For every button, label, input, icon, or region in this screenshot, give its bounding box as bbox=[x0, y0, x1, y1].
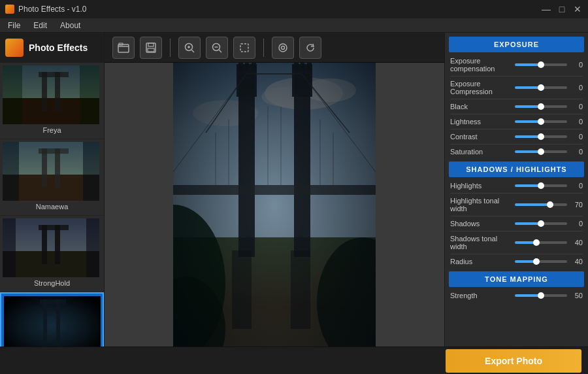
highlights-label: Highlights bbox=[450, 182, 512, 190]
divider bbox=[450, 129, 583, 129]
exposure-compression-value: 0 bbox=[570, 84, 583, 92]
sidebar: Photo Effects bbox=[0, 33, 105, 347]
svg-rect-25 bbox=[3, 218, 16, 277]
svg-rect-32 bbox=[4, 296, 101, 347]
divider bbox=[450, 114, 583, 114]
exposure-compression-slider[interactable] bbox=[515, 86, 567, 89]
photo-canvas bbox=[105, 63, 444, 347]
strength-value: 50 bbox=[570, 292, 583, 299]
highlights-slider[interactable] bbox=[515, 184, 567, 187]
black-value: 0 bbox=[570, 103, 583, 110]
divider bbox=[450, 216, 583, 216]
effect-thumb-freya bbox=[3, 65, 99, 124]
highlights-tonal-slider[interactable] bbox=[515, 203, 567, 206]
lightness-row: Lightness 0 bbox=[445, 116, 588, 128]
effect-item-vignetfairye[interactable]: VignetFairye bbox=[0, 292, 104, 347]
exposure-compression-row: Exposure Compression 0 bbox=[445, 78, 588, 97]
effect-thumb-namaewa bbox=[3, 142, 99, 201]
title-bar-controls[interactable]: — □ ✕ bbox=[541, 4, 583, 14]
reset-button[interactable] bbox=[299, 37, 321, 59]
saturation-row: Saturation 0 bbox=[445, 146, 588, 158]
svg-point-47 bbox=[282, 46, 285, 49]
app-icon bbox=[5, 5, 14, 14]
shadows-slider[interactable] bbox=[515, 222, 567, 225]
tone-mapping-header: TONE MAPPING bbox=[449, 271, 584, 287]
strength-row: Strength 50 bbox=[445, 290, 588, 301]
shadows-highlights-header: SHADOWS / HIGHLIGHTS bbox=[449, 162, 584, 177]
svg-rect-45 bbox=[240, 44, 248, 52]
preview-button[interactable] bbox=[272, 37, 294, 59]
contrast-slider[interactable] bbox=[515, 135, 567, 138]
zoom-out-button[interactable] bbox=[206, 37, 228, 59]
effect-thumb-stronghold bbox=[3, 218, 99, 277]
menu-about[interactable]: About bbox=[55, 20, 86, 31]
shadows-value: 0 bbox=[570, 220, 583, 228]
minimize-button[interactable]: — bbox=[541, 4, 551, 14]
shadows-row: Shadows 0 bbox=[445, 218, 588, 230]
radius-slider[interactable] bbox=[515, 260, 567, 263]
saturation-value: 0 bbox=[570, 148, 583, 156]
svg-point-46 bbox=[279, 44, 287, 52]
radius-row: Radius 40 bbox=[445, 256, 588, 267]
sidebar-header: Photo Effects bbox=[0, 33, 104, 63]
effect-item-stronghold[interactable]: StrongHold bbox=[0, 216, 104, 292]
svg-rect-16 bbox=[3, 142, 19, 201]
divider bbox=[450, 231, 583, 231]
toolbar bbox=[105, 33, 444, 63]
radius-value: 40 bbox=[570, 258, 583, 265]
save-file-button[interactable] bbox=[140, 37, 162, 59]
app-title: Photo Effects - v1.0 bbox=[18, 5, 87, 14]
lightness-label: Lightness bbox=[450, 118, 512, 126]
shadows-tonal-row: Shadows tonal width 40 bbox=[445, 233, 588, 252]
sidebar-title: Photo Effects bbox=[29, 42, 88, 53]
radius-label: Radius bbox=[450, 258, 512, 265]
right-panel: EXPOSURE Exposure compensation 0 Exposur… bbox=[444, 33, 588, 347]
close-button[interactable]: ✕ bbox=[572, 4, 583, 14]
contrast-value: 0 bbox=[570, 133, 583, 141]
svg-rect-7 bbox=[3, 65, 22, 124]
contrast-row: Contrast 0 bbox=[445, 131, 588, 143]
main-content: Photo Effects bbox=[0, 33, 588, 347]
svg-rect-33 bbox=[118, 44, 129, 52]
bottom-bar: Export Photo bbox=[0, 347, 588, 374]
center-area bbox=[105, 33, 444, 347]
maximize-button[interactable]: □ bbox=[557, 4, 567, 14]
exposure-compression-label: Exposure Compression bbox=[450, 80, 512, 95]
shadows-tonal-label: Shadows tonal width bbox=[450, 235, 512, 250]
title-bar: Photo Effects - v1.0 — □ ✕ bbox=[0, 0, 588, 18]
shadows-tonal-value: 40 bbox=[570, 239, 583, 246]
export-photo-button[interactable]: Export Photo bbox=[446, 349, 581, 373]
menu-edit[interactable]: Edit bbox=[28, 20, 52, 31]
effect-item-freya[interactable]: Freya bbox=[0, 63, 104, 139]
menu-file[interactable]: File bbox=[3, 20, 25, 31]
lightness-slider[interactable] bbox=[515, 120, 567, 123]
exposure-compensation-slider[interactable] bbox=[515, 63, 567, 66]
effect-label-stronghold: StrongHold bbox=[3, 277, 101, 289]
divider bbox=[450, 144, 583, 144]
zoom-in-button[interactable] bbox=[178, 37, 201, 59]
contrast-label: Contrast bbox=[450, 133, 512, 141]
svg-rect-17 bbox=[83, 142, 99, 201]
saturation-slider[interactable] bbox=[515, 150, 567, 153]
exposure-compensation-label: Exposure compensation bbox=[450, 57, 512, 73]
open-file-button[interactable] bbox=[112, 37, 135, 59]
sidebar-logo bbox=[5, 39, 24, 57]
toolbar-separator-2 bbox=[263, 39, 264, 57]
divider bbox=[450, 99, 583, 99]
shadows-tonal-slider[interactable] bbox=[515, 241, 567, 244]
strength-slider[interactable] bbox=[515, 294, 567, 297]
fit-button[interactable] bbox=[233, 37, 255, 59]
strength-label: Strength bbox=[450, 292, 512, 299]
effect-label-freya: Freya bbox=[3, 124, 101, 136]
sidebar-list: Freya bbox=[0, 63, 104, 347]
svg-rect-82 bbox=[173, 63, 376, 347]
lightness-value: 0 bbox=[570, 118, 583, 126]
divider bbox=[450, 254, 583, 254]
exposure-header: EXPOSURE bbox=[449, 37, 584, 52]
title-bar-left: Photo Effects - v1.0 bbox=[5, 5, 87, 14]
effect-item-namaewa[interactable]: Namaewa bbox=[0, 139, 104, 216]
svg-rect-26 bbox=[86, 218, 99, 277]
svg-rect-24 bbox=[3, 218, 99, 277]
svg-line-44 bbox=[220, 50, 222, 52]
black-slider[interactable] bbox=[515, 105, 567, 108]
